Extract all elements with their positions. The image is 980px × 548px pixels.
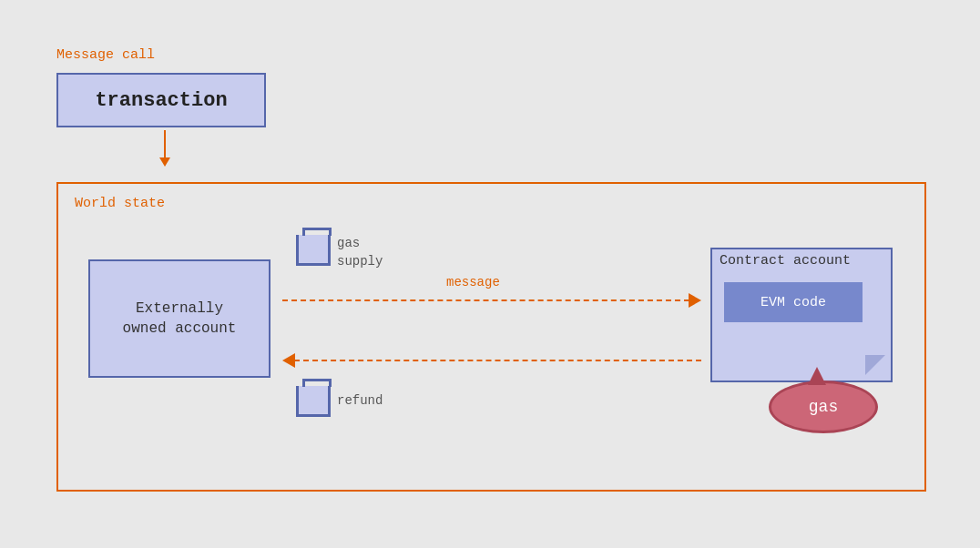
gas-cup bbox=[296, 235, 331, 266]
dashed-arrow-right bbox=[282, 293, 701, 308]
dashed-arrow-left bbox=[282, 353, 701, 368]
arrow-left-head bbox=[282, 353, 295, 368]
evm-code-box: EVM code bbox=[724, 282, 863, 322]
eoa-label: Externallyowned account bbox=[123, 299, 237, 340]
dashed-line-right bbox=[282, 299, 689, 301]
gas-supply-icon bbox=[296, 235, 331, 266]
message-call-label: Message call bbox=[56, 47, 155, 63]
gas-refund-icon bbox=[296, 386, 331, 417]
arrow-down-line bbox=[164, 130, 166, 157]
transaction-box: transaction bbox=[56, 73, 266, 127]
message-label: message bbox=[446, 275, 500, 289]
gas-refund-label: refund bbox=[337, 393, 383, 408]
arrow-down-head bbox=[159, 157, 170, 167]
gas-label-line2: supply bbox=[337, 253, 383, 271]
evm-code-label: EVM code bbox=[761, 295, 826, 310]
arrow-down bbox=[159, 130, 170, 167]
diagram-container: Message call transaction World state Ext… bbox=[0, 0, 980, 548]
gas-bubble: gas bbox=[769, 381, 878, 433]
world-state-label: World state bbox=[75, 196, 165, 211]
dog-ear-icon bbox=[865, 355, 885, 375]
contract-account-label: Contract account bbox=[720, 253, 851, 269]
transaction-label: transaction bbox=[95, 89, 227, 112]
dashed-line-left bbox=[294, 360, 701, 361]
eoa-box: Externallyowned account bbox=[88, 259, 271, 378]
gas-supply-label: gas supply bbox=[337, 235, 383, 270]
gas-bubble-label: gas bbox=[809, 398, 838, 416]
gas-label-line1: gas bbox=[337, 235, 383, 253]
arrow-right-head bbox=[689, 293, 701, 308]
gas-refund-cup bbox=[296, 386, 331, 417]
